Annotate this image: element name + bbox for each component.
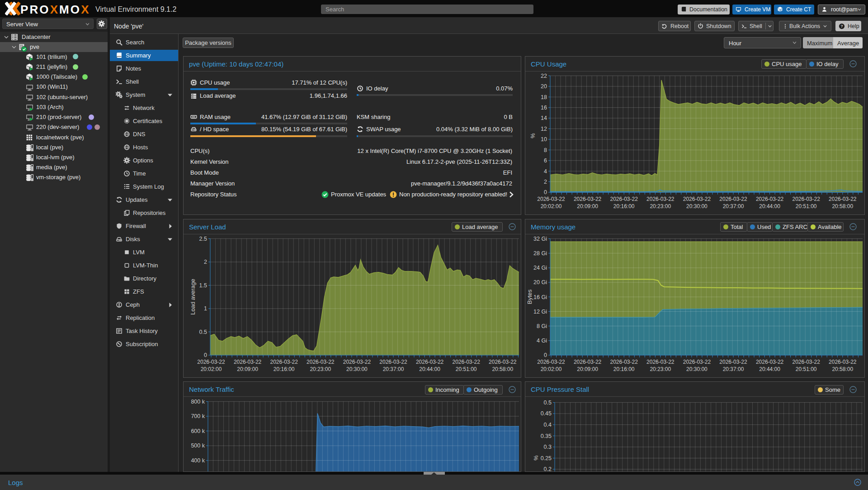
svg-text:2026-03-22: 2026-03-22 xyxy=(574,359,602,365)
svg-text:20:09:00: 20:09:00 xyxy=(577,203,598,209)
svg-text:6: 6 xyxy=(544,157,547,164)
svg-text:2026-03-22: 2026-03-22 xyxy=(343,359,371,365)
svg-text:20:44:00: 20:44:00 xyxy=(419,366,440,372)
svg-text:2026-03-22: 2026-03-22 xyxy=(793,359,821,365)
svg-text:0: 0 xyxy=(204,352,207,358)
svg-text:32 Gi: 32 Gi xyxy=(533,236,547,242)
svg-text:4: 4 xyxy=(544,168,547,175)
svg-text:2026-03-22: 2026-03-22 xyxy=(610,359,638,365)
svg-text:20:51:00: 20:51:00 xyxy=(796,203,817,209)
svg-text:600 k: 600 k xyxy=(191,428,205,434)
svg-text:2026-03-22: 2026-03-22 xyxy=(234,359,262,365)
svg-text:0.35: 0.35 xyxy=(541,433,552,439)
svg-text:2026-03-22: 2026-03-22 xyxy=(646,196,675,202)
svg-text:20:58:00: 20:58:00 xyxy=(832,366,853,372)
svg-text:22: 22 xyxy=(541,73,547,79)
svg-text:12: 12 xyxy=(541,126,547,132)
svg-text:20 Gi: 20 Gi xyxy=(533,279,547,285)
svg-text:20: 20 xyxy=(541,83,547,90)
svg-text:700 k: 700 k xyxy=(191,413,205,419)
svg-text:16: 16 xyxy=(541,105,547,111)
svg-text:14: 14 xyxy=(541,115,547,121)
svg-text:20:37:00: 20:37:00 xyxy=(723,203,744,209)
svg-text:20:02:00: 20:02:00 xyxy=(541,366,562,372)
svg-text:0.5: 0.5 xyxy=(544,400,552,406)
svg-text:1: 1 xyxy=(204,305,207,312)
svg-text:2026-03-22: 2026-03-22 xyxy=(646,359,675,365)
svg-text:2026-03-22: 2026-03-22 xyxy=(574,196,602,202)
svg-text:2026-03-22: 2026-03-22 xyxy=(756,196,784,202)
svg-text:0.25: 0.25 xyxy=(541,455,552,461)
svg-text:20:16:00: 20:16:00 xyxy=(613,366,635,372)
svg-text:Bytes: Bytes xyxy=(526,289,533,304)
svg-text:2: 2 xyxy=(204,259,207,265)
svg-text:0.5: 0.5 xyxy=(199,329,207,335)
svg-text:20:30:00: 20:30:00 xyxy=(346,366,368,372)
svg-text:1.5: 1.5 xyxy=(199,282,207,289)
svg-text:20:37:00: 20:37:00 xyxy=(723,366,744,372)
svg-text:16 Gi: 16 Gi xyxy=(533,294,547,300)
svg-text:20:23:00: 20:23:00 xyxy=(650,366,671,372)
svg-text:20:30:00: 20:30:00 xyxy=(686,203,708,209)
svg-text:8 Gi: 8 Gi xyxy=(537,323,547,329)
svg-text:20:51:00: 20:51:00 xyxy=(456,366,477,372)
svg-text:20:23:00: 20:23:00 xyxy=(310,366,331,372)
svg-text:20:51:00: 20:51:00 xyxy=(796,366,817,372)
svg-text:0.3: 0.3 xyxy=(544,444,552,450)
svg-text:20:44:00: 20:44:00 xyxy=(759,203,780,209)
svg-text:2026-03-22: 2026-03-22 xyxy=(453,359,481,365)
svg-text:20:37:00: 20:37:00 xyxy=(383,366,404,372)
svg-text:800 k: 800 k xyxy=(191,399,205,405)
svg-text:2026-03-22: 2026-03-22 xyxy=(197,359,225,365)
svg-text:20:30:00: 20:30:00 xyxy=(686,366,708,372)
svg-text:20:58:00: 20:58:00 xyxy=(492,366,513,372)
svg-text:Load average: Load average xyxy=(189,279,196,315)
svg-text:2026-03-22: 2026-03-22 xyxy=(537,196,565,202)
svg-text:2026-03-22: 2026-03-22 xyxy=(683,359,711,365)
svg-text:2026-03-22: 2026-03-22 xyxy=(379,359,407,365)
svg-text:12 Gi: 12 Gi xyxy=(533,309,547,315)
svg-text:2026-03-22: 2026-03-22 xyxy=(793,196,821,202)
svg-text:2026-03-22: 2026-03-22 xyxy=(683,196,711,202)
svg-text:400 k: 400 k xyxy=(191,457,205,464)
svg-text:2026-03-22: 2026-03-22 xyxy=(537,359,565,365)
svg-text:%: % xyxy=(529,133,536,138)
svg-text:2026-03-22: 2026-03-22 xyxy=(829,196,857,202)
svg-text:2: 2 xyxy=(544,179,547,185)
svg-text:2026-03-22: 2026-03-22 xyxy=(270,359,298,365)
svg-text:2.5: 2.5 xyxy=(199,236,207,242)
svg-text:0.4: 0.4 xyxy=(544,422,552,428)
svg-text:2026-03-22: 2026-03-22 xyxy=(756,359,784,365)
svg-text:20:09:00: 20:09:00 xyxy=(237,366,258,372)
svg-text:24 Gi: 24 Gi xyxy=(533,265,547,271)
svg-text:20:09:00: 20:09:00 xyxy=(577,366,598,372)
svg-text:20:16:00: 20:16:00 xyxy=(274,366,295,372)
svg-text:2026-03-22: 2026-03-22 xyxy=(719,196,747,202)
svg-text:20:02:00: 20:02:00 xyxy=(541,203,562,209)
svg-text:20:44:00: 20:44:00 xyxy=(759,366,780,372)
svg-text:4 Gi: 4 Gi xyxy=(537,338,547,344)
svg-text:2026-03-22: 2026-03-22 xyxy=(489,359,517,365)
svg-text:2026-03-22: 2026-03-22 xyxy=(416,359,444,365)
svg-text:0: 0 xyxy=(544,352,547,358)
svg-text:8: 8 xyxy=(544,147,547,153)
svg-text:%: % xyxy=(533,455,539,461)
svg-text:20:58:00: 20:58:00 xyxy=(832,203,853,209)
svg-text:28 Gi: 28 Gi xyxy=(533,250,547,257)
svg-text:2026-03-22: 2026-03-22 xyxy=(719,359,747,365)
svg-text:20:16:00: 20:16:00 xyxy=(613,203,635,209)
svg-text:2026-03-22: 2026-03-22 xyxy=(307,359,335,365)
svg-text:500 k: 500 k xyxy=(191,442,205,449)
svg-text:2026-03-22: 2026-03-22 xyxy=(829,359,857,365)
svg-text:10: 10 xyxy=(541,136,547,143)
svg-text:20:23:00: 20:23:00 xyxy=(650,203,671,209)
svg-text:18: 18 xyxy=(541,94,547,100)
svg-text:0.45: 0.45 xyxy=(541,410,552,417)
svg-text:0: 0 xyxy=(544,189,547,195)
svg-text:20:02:00: 20:02:00 xyxy=(201,366,222,372)
svg-text:2026-03-22: 2026-03-22 xyxy=(610,196,638,202)
